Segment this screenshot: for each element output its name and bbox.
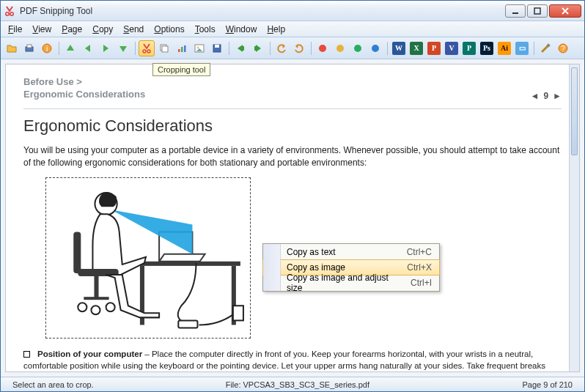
- svg-rect-18: [215, 45, 219, 48]
- svg-rect-2: [512, 12, 518, 14]
- illustrator-icon[interactable]: Ai: [496, 40, 512, 56]
- redo-icon[interactable]: [291, 40, 307, 56]
- svg-point-22: [336, 45, 344, 52]
- separator: [385, 40, 389, 56]
- info-icon[interactable]: i: [39, 40, 55, 56]
- chart-icon[interactable]: [174, 40, 190, 56]
- svg-rect-5: [27, 45, 32, 48]
- excel-icon[interactable]: X: [408, 40, 424, 56]
- menu-options[interactable]: Options: [150, 23, 188, 36]
- breadcrumb-sub: Ergonomic Considerations: [23, 89, 145, 101]
- scrollbar[interactable]: [569, 64, 579, 371]
- window-buttons: [505, 4, 581, 18]
- toolbar: i W X P V P Ps Ai ▭ ?: [1, 37, 584, 59]
- visio-icon[interactable]: V: [444, 40, 460, 56]
- svg-point-9: [147, 50, 150, 53]
- nav-down-icon[interactable]: [115, 40, 131, 56]
- nav-prev-icon[interactable]: [80, 40, 96, 56]
- settings-icon[interactable]: [537, 40, 553, 56]
- page-nav: ◄ 9 ►: [531, 91, 562, 101]
- print-icon[interactable]: [21, 40, 37, 56]
- svg-point-24: [372, 45, 379, 52]
- doc-heading: Ergonomic Considerations: [23, 117, 562, 136]
- crop-tool-button[interactable]: [139, 40, 155, 56]
- menu-copy[interactable]: Copy: [88, 23, 117, 36]
- maximize-button[interactable]: [527, 4, 548, 18]
- window-title: PDF Snipping Tool: [20, 6, 505, 16]
- breadcrumb: Before Use > Ergonomic Considerations: [23, 76, 145, 101]
- dot-red-icon[interactable]: [314, 40, 331, 56]
- svg-rect-13: [181, 47, 183, 52]
- page-header: Before Use > Ergonomic Considerations ◄ …: [6, 64, 579, 106]
- header-divider: [23, 108, 562, 109]
- nav-next-icon[interactable]: [98, 40, 114, 56]
- word-icon[interactable]: W: [391, 40, 407, 56]
- ctx-copy-text[interactable]: Copy as textCtrl+C: [263, 244, 439, 260]
- powerpoint-icon[interactable]: P: [426, 40, 442, 56]
- rotate-left-icon[interactable]: [232, 40, 249, 56]
- page-number: 9: [543, 91, 548, 101]
- breadcrumb-top: Before Use >: [23, 76, 145, 89]
- separator: [309, 40, 313, 56]
- dot-yellow-icon[interactable]: [332, 40, 348, 56]
- svg-rect-12: [178, 49, 180, 52]
- doc-intro: You will be using your computer as a por…: [23, 144, 562, 169]
- publisher-icon[interactable]: P: [461, 40, 477, 56]
- menu-file[interactable]: File: [4, 23, 26, 36]
- dot-blue-icon[interactable]: [367, 40, 383, 56]
- separator: [56, 40, 61, 56]
- photoshop-icon[interactable]: Ps: [479, 40, 495, 56]
- crop-selection[interactable]: [45, 177, 251, 339]
- menu-help[interactable]: Help: [262, 23, 290, 36]
- close-button[interactable]: [549, 4, 581, 18]
- context-menu: Copy as textCtrl+C Copy as imageCtrl+X C…: [262, 243, 440, 292]
- ergonomic-illustration: [48, 180, 248, 336]
- status-left: Select an area to crop.: [5, 380, 101, 389]
- menu-tools[interactable]: Tools: [191, 23, 220, 36]
- help-icon[interactable]: ?: [555, 40, 571, 56]
- nav-up-icon[interactable]: [62, 40, 78, 56]
- svg-rect-40: [178, 321, 197, 328]
- page-next-icon[interactable]: ►: [553, 91, 562, 101]
- menu-send[interactable]: Send: [119, 23, 148, 36]
- svg-rect-36: [84, 297, 108, 300]
- scrollbar-thumb[interactable]: [571, 67, 578, 155]
- rotate-right-icon[interactable]: [250, 40, 266, 56]
- status-page: Page 9 of 210: [515, 380, 580, 389]
- page-prev-icon[interactable]: ◄: [531, 91, 540, 101]
- bullet-item: Position of your computer – Place the co…: [23, 349, 562, 372]
- svg-rect-14: [184, 45, 186, 52]
- svg-point-0: [6, 12, 9, 15]
- dot-green-icon[interactable]: [350, 40, 366, 56]
- svg-text:?: ?: [561, 45, 565, 53]
- separator: [531, 40, 536, 56]
- content-area: Before Use > Ergonomic Considerations ◄ …: [1, 59, 584, 377]
- separator: [133, 40, 137, 56]
- app-generic-icon[interactable]: ▭: [514, 40, 530, 56]
- svg-point-23: [354, 45, 361, 52]
- crop-tooltip: Cropping tool: [152, 63, 210, 76]
- svg-rect-35: [94, 276, 98, 298]
- menu-page[interactable]: Page: [57, 23, 87, 36]
- copy-icon[interactable]: [156, 40, 172, 56]
- open-icon[interactable]: [4, 40, 20, 56]
- checkbox-icon: [23, 351, 30, 358]
- svg-point-37: [78, 303, 87, 312]
- minimize-button[interactable]: [505, 4, 526, 18]
- svg-rect-20: [254, 46, 256, 51]
- svg-point-21: [319, 45, 326, 52]
- svg-point-1: [10, 12, 13, 15]
- save-icon[interactable]: [209, 40, 225, 56]
- undo-icon[interactable]: [273, 40, 290, 56]
- svg-rect-3: [534, 8, 540, 14]
- ctx-copy-image-adjust[interactable]: Copy as image and adjust sizeCtrl+I: [263, 275, 439, 291]
- separator: [268, 40, 272, 56]
- menu-view[interactable]: View: [28, 23, 56, 36]
- svg-point-39: [106, 303, 115, 312]
- app-window: PDF Snipping Tool File View Page Copy Se…: [0, 0, 585, 392]
- image-icon[interactable]: [191, 40, 207, 56]
- app-icon: [4, 5, 15, 17]
- menu-window[interactable]: Window: [221, 23, 262, 36]
- svg-rect-41: [233, 306, 243, 321]
- svg-point-8: [143, 50, 146, 53]
